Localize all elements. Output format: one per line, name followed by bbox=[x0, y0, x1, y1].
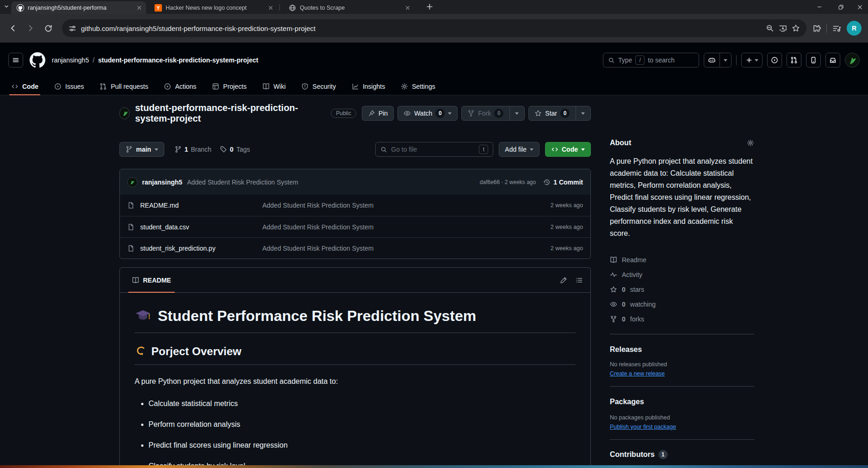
releases-heading[interactable]: Releases bbox=[610, 345, 754, 354]
commit-author-avatar[interactable] bbox=[127, 177, 137, 187]
code-button[interactable]: Code bbox=[545, 142, 591, 157]
inbox-icon[interactable] bbox=[825, 53, 840, 68]
file-name[interactable]: student_risk_prediction.py bbox=[140, 245, 216, 252]
zoom-icon[interactable] bbox=[766, 24, 774, 32]
tab-actions[interactable]: Actions bbox=[159, 78, 201, 95]
star-button[interactable]: Star 0 bbox=[528, 106, 591, 121]
create-release-link[interactable]: Create a new release bbox=[610, 370, 754, 377]
user-avatar[interactable] bbox=[845, 53, 860, 68]
hamburger-menu-icon[interactable] bbox=[8, 53, 23, 68]
breadcrumb-owner[interactable]: ranjansingh5 bbox=[52, 56, 89, 64]
tab-issues[interactable]: Issues bbox=[50, 78, 88, 95]
install-app-icon[interactable] bbox=[779, 24, 787, 32]
fork-button[interactable]: Fork 0 bbox=[461, 106, 525, 121]
file-name[interactable]: student_data.csv bbox=[140, 223, 189, 231]
browser-profile-avatar[interactable]: R bbox=[847, 21, 862, 36]
tab-code[interactable]: Code bbox=[6, 78, 43, 95]
watching-link[interactable]: 0 watching bbox=[610, 297, 754, 312]
tab-search-chevron-icon[interactable] bbox=[4, 4, 9, 9]
tab-settings[interactable]: Settings bbox=[396, 78, 440, 95]
branch-selector[interactable]: main bbox=[119, 142, 164, 157]
tags-stat[interactable]: 0 Tags bbox=[220, 146, 250, 153]
tab-media-list-icon[interactable] bbox=[832, 24, 841, 33]
file-row[interactable]: student_risk_prediction.py Added Student… bbox=[120, 237, 590, 259]
issues-header-icon[interactable] bbox=[767, 53, 782, 68]
star-caret-icon[interactable] bbox=[581, 112, 585, 115]
contributors-row[interactable]: Contributors 1 bbox=[610, 450, 754, 459]
copilot-icon[interactable] bbox=[704, 53, 719, 67]
extensions-icon[interactable] bbox=[812, 24, 821, 33]
close-window-icon[interactable] bbox=[851, 0, 868, 14]
global-search-input[interactable]: Type / to search bbox=[603, 53, 699, 68]
tab-wiki[interactable]: Wiki bbox=[258, 78, 290, 95]
file-age: 2 weeks ago bbox=[527, 245, 583, 252]
search-placeholder-pre: Type bbox=[618, 56, 632, 64]
about-gear-icon[interactable] bbox=[747, 139, 754, 147]
contributors-heading[interactable]: Contributors bbox=[610, 450, 655, 459]
site-settings-icon[interactable] bbox=[68, 25, 76, 32]
github-logo-icon[interactable] bbox=[30, 52, 45, 68]
readme-link[interactable]: Readme bbox=[610, 252, 754, 267]
tab-close-icon[interactable] bbox=[137, 6, 142, 10]
pull-requests-header-icon[interactable] bbox=[787, 53, 801, 68]
minimize-icon[interactable] bbox=[809, 0, 830, 14]
plus-icon[interactable] bbox=[742, 53, 762, 67]
file-commit-message[interactable]: Added Student Risk Prediction System bbox=[262, 202, 527, 209]
tab-close-icon[interactable] bbox=[405, 6, 410, 10]
reload-icon[interactable] bbox=[42, 22, 55, 35]
watch-caret-icon[interactable] bbox=[448, 112, 452, 115]
readme-tab[interactable]: README bbox=[127, 268, 176, 292]
latest-commit-row[interactable]: ranjansingh5 Added Student Risk Predicti… bbox=[120, 169, 590, 195]
add-file-button[interactable]: Add file bbox=[499, 142, 539, 157]
commit-message[interactable]: Added Student Risk Prediction System bbox=[187, 179, 298, 186]
file-commit-message[interactable]: Added Student Risk Prediction System bbox=[262, 245, 527, 252]
branches-stat[interactable]: 1 Branch bbox=[174, 146, 211, 153]
tab-security[interactable]: Security bbox=[297, 78, 341, 95]
file-row[interactable]: README.md Added Student Risk Prediction … bbox=[120, 195, 590, 216]
stars-link[interactable]: 0 stars bbox=[610, 282, 754, 297]
browser-tab-quotes[interactable]: Quotes to Scrape bbox=[283, 1, 415, 14]
back-icon[interactable] bbox=[6, 22, 19, 35]
file-row[interactable]: student_data.csv Added Student Risk Pred… bbox=[120, 216, 590, 237]
breadcrumb-repo[interactable]: student-performance-risk-prediction-syst… bbox=[98, 56, 258, 64]
new-tab-icon[interactable] bbox=[426, 3, 434, 11]
file-name[interactable]: README.md bbox=[140, 202, 179, 209]
url-text[interactable]: github.com/ranjansingh5/student-performa… bbox=[81, 25, 761, 32]
fork-caret-icon[interactable] bbox=[515, 112, 519, 115]
tab-pull-requests[interactable]: Pull requests bbox=[95, 78, 153, 95]
commit-history-link[interactable]: 1 Commit bbox=[543, 179, 583, 186]
forks-link[interactable]: 0 forks bbox=[610, 312, 754, 326]
restore-icon[interactable] bbox=[830, 0, 851, 14]
sidebar-divider bbox=[610, 439, 754, 440]
go-to-file-input[interactable]: Go to file t bbox=[375, 142, 493, 157]
edit-pencil-icon[interactable] bbox=[560, 277, 567, 284]
tab-title: ranjansingh5/student-performa bbox=[28, 5, 133, 11]
devices-icon[interactable] bbox=[806, 53, 821, 68]
file-commit-message[interactable]: Added Student Risk Prediction System bbox=[262, 223, 527, 231]
pin-button[interactable]: Pin bbox=[362, 106, 394, 121]
commit-author[interactable]: ranjansingh5 bbox=[142, 179, 182, 186]
create-new-button[interactable] bbox=[741, 53, 763, 68]
outline-list-icon[interactable] bbox=[576, 277, 583, 284]
tab-close-icon[interactable] bbox=[268, 6, 273, 10]
tab-projects[interactable]: Projects bbox=[207, 78, 251, 95]
copilot-caret[interactable] bbox=[719, 53, 731, 67]
activity-link[interactable]: Activity bbox=[610, 267, 754, 282]
publish-package-link[interactable]: Publish your first package bbox=[610, 424, 754, 430]
browser-tab-github[interactable]: ranjansingh5/student-performa bbox=[11, 1, 146, 14]
repo-title[interactable]: student-performance-risk-prediction-syst… bbox=[135, 103, 325, 124]
commit-sha-time[interactable]: daf6e66 · 2 weeks ago bbox=[480, 179, 536, 185]
star-icon bbox=[610, 286, 617, 293]
bookmark-star-icon[interactable] bbox=[792, 24, 800, 32]
copilot-button[interactable] bbox=[704, 53, 732, 68]
pin-icon bbox=[368, 110, 375, 117]
tab-insights[interactable]: Insights bbox=[347, 78, 390, 95]
browser-tab-hackernews[interactable]: Y Hacker News new logo concept bbox=[149, 1, 278, 14]
repo-owner-avatar[interactable] bbox=[119, 107, 130, 119]
watch-button[interactable]: Watch 0 bbox=[397, 106, 458, 121]
address-bar[interactable]: github.com/ranjansingh5/student-performa… bbox=[62, 19, 806, 37]
hook-emoji-icon bbox=[135, 345, 147, 357]
forward-icon[interactable] bbox=[24, 22, 37, 35]
packages-heading[interactable]: Packages bbox=[610, 398, 754, 406]
meta-label: watching bbox=[630, 301, 656, 308]
